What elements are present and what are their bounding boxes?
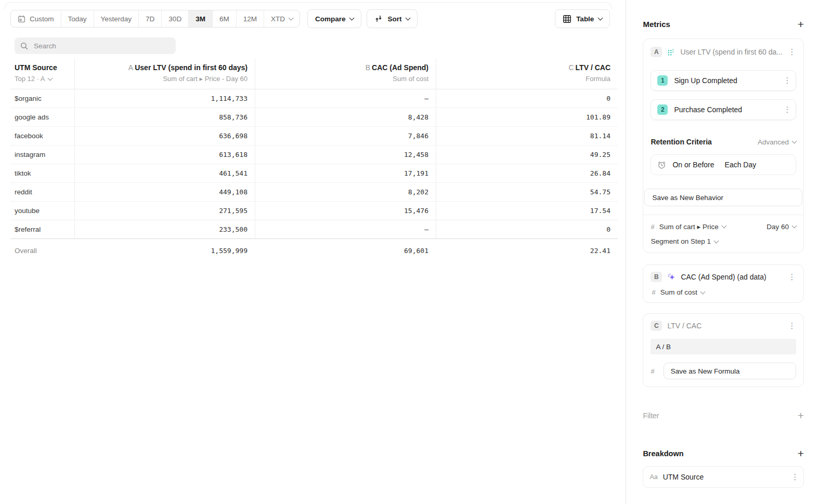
row-label[interactable]: tiktok bbox=[10, 164, 74, 183]
date-range-12m[interactable]: 12M bbox=[237, 10, 264, 27]
add-breakdown-icon[interactable] bbox=[798, 448, 804, 459]
date-range-label: 30D bbox=[168, 15, 181, 23]
formula-input[interactable]: A / B bbox=[651, 339, 796, 354]
ratio-value: 0 bbox=[436, 220, 618, 239]
step-number-badge: 2 bbox=[657, 104, 668, 115]
main-panel: Custom Today Yesterday 7D 30D 3M 6M 12M … bbox=[0, 0, 626, 504]
column-subtitle: Sum of cost bbox=[255, 75, 428, 83]
date-range-3m-selected[interactable]: 3M bbox=[189, 10, 213, 27]
date-range-xtd[interactable]: XTD bbox=[264, 10, 300, 27]
chevron-down-icon bbox=[700, 289, 705, 294]
column-header-ratio[interactable]: CLTV / CAC Formula bbox=[436, 58, 618, 89]
date-range-label: Today bbox=[68, 15, 87, 23]
timing-value-label[interactable]: Each Day bbox=[725, 161, 757, 169]
row-label[interactable]: reddit bbox=[10, 183, 74, 202]
query-builder-sidebar: Metrics A User LTV (spend in first 60 da… bbox=[626, 0, 832, 504]
date-range-label: 12M bbox=[243, 15, 257, 23]
cac-value: 17,191 bbox=[255, 164, 436, 183]
row-label[interactable]: google ads bbox=[10, 108, 74, 127]
measure-label: Sum of cost bbox=[660, 288, 697, 296]
behavior-step-2[interactable]: 2 Purchase Completed bbox=[651, 99, 796, 120]
date-range-7d[interactable]: 7D bbox=[139, 10, 162, 27]
column-header-ltv[interactable]: AUser LTV (spend in first 60 days) Sum o… bbox=[74, 58, 255, 89]
breakdown-item-utm-source[interactable]: Aa UTM Source bbox=[643, 466, 804, 488]
cac-value: 8,202 bbox=[255, 183, 436, 202]
kebab-menu-icon[interactable] bbox=[788, 321, 796, 330]
kebab-menu-icon[interactable] bbox=[783, 105, 791, 114]
row-label[interactable]: $organic bbox=[10, 89, 74, 108]
date-range-label: Yesterday bbox=[101, 15, 132, 23]
row-label[interactable]: youtube bbox=[10, 202, 74, 220]
row-label[interactable]: instagram bbox=[10, 145, 74, 164]
chevron-down-icon bbox=[721, 223, 726, 229]
table-grid-icon bbox=[563, 15, 571, 23]
date-range-label: 6M bbox=[219, 15, 229, 23]
measure-dropdown[interactable]: Sum of cost bbox=[660, 288, 705, 296]
kebab-menu-icon[interactable] bbox=[788, 272, 796, 282]
compare-button[interactable]: Compare bbox=[307, 9, 362, 28]
timing-condition-label[interactable]: On or Before bbox=[672, 161, 714, 169]
ratio-value: 54.75 bbox=[436, 183, 618, 202]
kebab-menu-icon[interactable] bbox=[788, 47, 796, 57]
date-range-yesterday[interactable]: Yesterday bbox=[94, 10, 139, 27]
add-metric-icon[interactable] bbox=[798, 19, 804, 30]
chevron-down-icon bbox=[349, 16, 355, 21]
column-header-utm-source[interactable]: UTM Source Top 12 · A bbox=[10, 58, 74, 89]
kebab-menu-icon[interactable] bbox=[783, 76, 791, 85]
row-label[interactable]: $referral bbox=[10, 220, 74, 239]
chevron-down-icon bbox=[792, 223, 797, 229]
behavior-dots-icon bbox=[667, 48, 675, 56]
column-title-text: User LTV (spend in first 60 days) bbox=[135, 63, 248, 72]
segment-dropdown[interactable]: Segment on Step 1 bbox=[651, 237, 718, 245]
date-range-30d[interactable]: 30D bbox=[162, 10, 189, 27]
metrics-section-header: Metrics bbox=[643, 18, 804, 30]
retention-mode-label: Advanced bbox=[758, 138, 789, 146]
numeric-type-icon: # bbox=[651, 367, 654, 375]
ad-sparkle-icon bbox=[667, 273, 675, 281]
measure-dropdown[interactable]: Sum of cart ▸ Price bbox=[659, 222, 726, 231]
search-bar bbox=[15, 37, 176, 54]
column-title: CLTV / CAC bbox=[436, 63, 610, 72]
ratio-value: 81.14 bbox=[436, 127, 618, 145]
row-label[interactable]: facebook bbox=[10, 127, 74, 145]
series-letter: C bbox=[568, 63, 574, 72]
ltv-value: 449,108 bbox=[74, 183, 255, 202]
cac-value: 8,428 bbox=[255, 108, 436, 127]
date-range-label: 7D bbox=[146, 15, 154, 23]
step-event-label: Sign Up Completed bbox=[674, 76, 777, 85]
sort-button[interactable]: Sort bbox=[367, 9, 418, 28]
metric-c-title[interactable]: LTV / CAC bbox=[667, 322, 783, 330]
retention-mode-dropdown[interactable]: Advanced bbox=[758, 138, 796, 146]
ltv-value: 858,736 bbox=[74, 108, 255, 127]
date-range-label: 3M bbox=[196, 15, 205, 23]
date-range-custom[interactable]: Custom bbox=[11, 10, 61, 27]
metric-b-title[interactable]: CAC (Ad Spend) (ad data) bbox=[681, 273, 783, 281]
date-range-today[interactable]: Today bbox=[61, 10, 94, 27]
kebab-menu-icon[interactable] bbox=[791, 472, 799, 482]
behavior-step-1[interactable]: 1 Sign Up Completed bbox=[651, 70, 796, 91]
column-header-cac[interactable]: BCAC (Ad Spend) Sum of cost bbox=[255, 58, 436, 89]
series-letter: B bbox=[366, 63, 370, 72]
segment-row: Segment on Step 1 bbox=[651, 237, 796, 245]
add-filter-icon[interactable] bbox=[798, 410, 804, 421]
retention-timing-card[interactable]: On or Before Each Day bbox=[651, 154, 796, 175]
metric-card-c: C LTV / CAC A / B # Save as New Formula bbox=[643, 313, 804, 387]
view-type-button[interactable]: Table bbox=[555, 9, 610, 28]
date-range-6m[interactable]: 6M bbox=[213, 10, 237, 27]
ratio-value: 26.84 bbox=[436, 164, 618, 183]
column-title-text: CAC (Ad Spend) bbox=[372, 63, 428, 72]
metric-a-header: A User LTV (spend in first 60 da... bbox=[651, 45, 796, 59]
save-as-new-formula-button[interactable]: Save as New Formula bbox=[664, 363, 796, 379]
cac-value: 7,846 bbox=[255, 127, 436, 145]
ltv-value: 613,618 bbox=[74, 145, 255, 164]
search-input[interactable] bbox=[33, 42, 170, 50]
row-limit-label: Top 12 · A bbox=[15, 75, 45, 83]
window-dropdown[interactable]: Day 60 bbox=[766, 223, 796, 231]
chevron-down-icon bbox=[406, 16, 411, 21]
row-limit-dropdown[interactable]: Top 12 · A bbox=[15, 75, 67, 83]
ratio-value: 17.54 bbox=[436, 202, 618, 220]
metric-a-title[interactable]: User LTV (spend in first 60 da... bbox=[680, 48, 783, 56]
calendar-icon bbox=[18, 15, 25, 23]
compare-label: Compare bbox=[315, 15, 346, 23]
save-as-new-behavior-button[interactable]: Save as New Behavior bbox=[644, 189, 802, 206]
